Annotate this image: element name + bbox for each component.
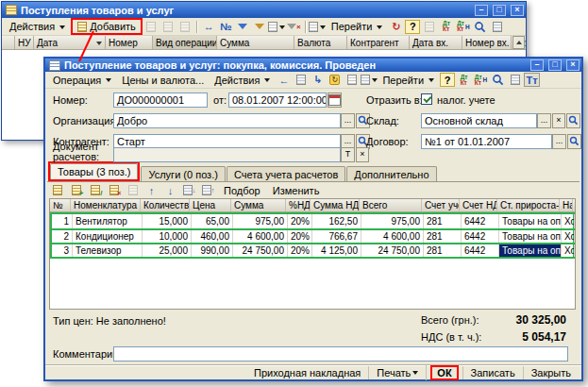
advisor-button[interactable]: Тт [524,73,540,87]
cell[interactable]: 4 600,00 [361,230,424,243]
contract-input[interactable]: №1 от 01.01.2007 [421,134,552,149]
table-row[interactable]: 1 Вентилятор 15,000 65,00 975,00 20% 162… [52,214,573,228]
sort-desc-icon[interactable]: ↑ [200,183,216,197]
tab-services[interactable]: Услуги (0 поз.) [141,166,225,181]
column-header[interactable]: Количество [141,199,190,211]
receipt-note-button[interactable]: Приходная накладная [246,366,368,379]
renumber-icon[interactable]: № [218,20,234,34]
cell[interactable]: Хоз [562,244,575,257]
pick-button[interactable]: Подбор [219,185,265,196]
cell[interactable]: 24 750,00 [233,244,288,257]
tab-goods[interactable]: Товары (3 поз.) [50,163,138,179]
tab-extra[interactable]: Дополнительно [346,166,436,181]
unpost-document-icon[interactable]: × [344,73,360,87]
list-output-icon[interactable] [310,20,326,34]
column-header[interactable]: № [50,199,71,211]
column-header[interactable]: Номер вх. [462,36,512,49]
tax-accounting-checkbox[interactable] [421,93,432,105]
column-header[interactable]: Номер [106,36,153,49]
warehouse-input[interactable]: Основной склад [421,113,537,128]
dtkt-tax-icon[interactable]: ДтКтН [455,20,471,34]
move-up-icon[interactable]: ↑ [143,183,160,197]
cell[interactable]: 2 [52,230,73,243]
cell[interactable]: Вентилятор [73,214,143,228]
tab-accounts[interactable]: Счета учета расчетов [227,166,345,181]
column-header[interactable]: Контрагент [347,36,410,49]
cell[interactable]: 460,00 [192,230,233,243]
minimize-icon[interactable]: – [530,59,544,71]
column-header[interactable]: Номенклатура [71,199,141,211]
close-button[interactable]: Закрыть [523,366,579,379]
help-button[interactable]: ? [405,20,420,34]
cell[interactable]: 3 [52,244,73,257]
cell[interactable]: 990,00 [192,244,233,257]
warehouse-select-button[interactable]: ... [537,113,551,128]
delete-row-icon[interactable] [177,20,193,34]
cell[interactable]: 281 [424,230,462,243]
fill-icon[interactable] [125,183,141,197]
refresh-icon[interactable]: ↻ [388,20,404,34]
date-input[interactable]: 08.01.2007 12:00:00 [228,93,327,108]
post-document-icon[interactable]: ↻ [327,73,343,87]
dtkt-tax-icon[interactable]: ДтКтН [473,73,489,87]
cell[interactable]: 162,50 [312,214,361,228]
warehouse-open-button[interactable] [566,113,580,128]
cell[interactable]: 25,000 [143,244,192,257]
cell[interactable]: 766,67 [312,230,361,243]
operation-button[interactable]: Операция [48,74,116,87]
close-icon[interactable]: × [511,5,524,16]
cell[interactable]: 975,00 [361,214,424,228]
column-header[interactable]: Сумма НДС [311,199,360,211]
report-icon[interactable] [507,73,523,87]
prices-currency-button[interactable]: Цены и валюта... [117,74,209,87]
save-button[interactable]: Записать [462,366,523,379]
cell[interactable]: Телевизор [73,244,143,257]
add-button[interactable]: Добавить [73,20,141,33]
dtkt-icon[interactable]: ДтКт [456,73,472,87]
print-button[interactable]: Печать [368,366,426,379]
selected-cell[interactable]: Товары на опто... [499,244,562,257]
document-window-titlebar[interactable]: Поступление товаров и услуг: покупка, ко… [45,59,581,72]
organization-select-button[interactable]: ... [341,113,355,128]
settlement-clear-button[interactable]: × [356,147,369,162]
maximize-icon[interactable]: □ [493,5,506,16]
cell[interactable]: Хоз [562,230,575,243]
copy-row-icon[interactable]: + [68,183,84,197]
column-header[interactable]: НУ [15,36,34,49]
cell[interactable]: 24 750,00 [361,244,424,257]
prev-document-icon[interactable]: ← [276,73,292,87]
organization-input[interactable]: Добро [113,113,341,128]
edit-row-icon[interactable]: / [87,183,103,197]
help-button[interactable]: ? [440,73,455,87]
column-header[interactable]: Вид операции [153,36,217,49]
comment-input[interactable] [113,346,568,362]
settlement-doc-input[interactable] [113,147,341,162]
column-header[interactable]: %НДС [286,199,311,211]
filter-clear-icon[interactable]: × [286,20,302,34]
column-header[interactable]: Всего [360,199,422,211]
report-icon[interactable] [489,20,505,34]
scroll-up-button[interactable] [512,36,525,49]
cell[interactable]: 65,00 [192,214,233,228]
cell[interactable]: Товары на опто... [499,214,562,228]
cell[interactable]: 281 [424,244,462,257]
cell[interactable]: Хоз [562,214,575,228]
filter-icon[interactable] [235,20,251,34]
print-icon[interactable] [421,20,437,34]
cell[interactable]: 6442 [462,230,499,243]
cell[interactable]: 6442 [462,214,499,228]
column-header[interactable]: Дата вх. [410,36,462,49]
filter-settings-icon[interactable] [269,20,285,34]
column-header[interactable]: Сумма [231,199,286,211]
cell[interactable]: 10,000 [143,230,192,243]
contract-select-button[interactable]: ... [552,134,566,149]
move-down-icon[interactable]: ↓ [162,183,178,197]
cell[interactable]: 4 125,00 [312,244,361,257]
cell[interactable]: 281 [424,214,462,228]
warehouse-clear-button[interactable]: × [552,113,565,128]
column-header[interactable]: На [560,199,573,211]
cell[interactable]: Товары на опто... [499,230,562,243]
cell[interactable]: 6442 [462,244,499,257]
column-header-sorted[interactable]: Дата [34,36,106,49]
sort-asc-icon[interactable]: ↓ [181,183,197,197]
